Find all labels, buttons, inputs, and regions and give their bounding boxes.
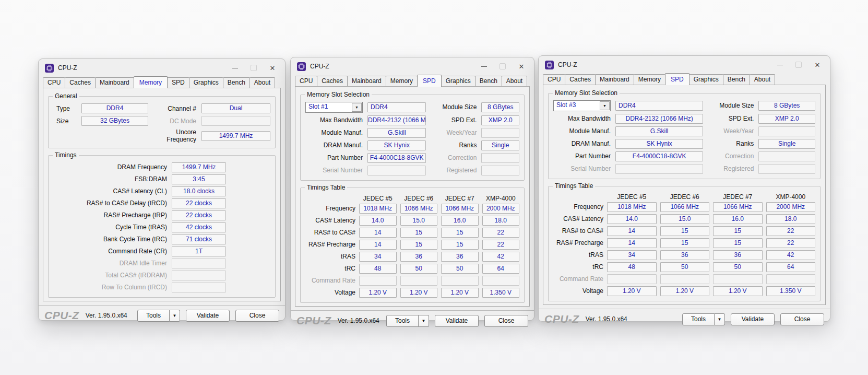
uncore-frequency-label: Uncore Frequency [153,128,196,143]
max-bandwidth-field: DDR4-2132 (1066 MHz) [367,115,426,125]
tab[interactable]: SPD [417,75,442,87]
tab-label: Mainboard [100,79,129,86]
tab-label: SPD [172,79,185,86]
maximize-button[interactable] [244,62,263,74]
tab[interactable]: Caches [317,76,348,86]
tab[interactable]: Mainboard [95,77,134,88]
timing-label: Row To Column (tRCD) [53,283,167,292]
row-label: CAS# Latency [553,215,603,224]
registered-field [481,166,519,175]
spd-tab-page: Memory Slot Selection Slot #3 ▼ DDR4 Mod… [543,85,826,305]
timing-value-field: 1T [172,247,226,256]
tab[interactable]: SPD [167,77,189,88]
general-group: General Type DDR4 Channel # Dual Size 32… [48,96,276,148]
max-bandwidth-label: Max Bandwidth [553,114,611,123]
close-button[interactable]: Close [484,315,528,327]
chevron-down-icon[interactable]: ▼ [352,103,362,112]
cell-xmp: 18.0 [482,216,520,226]
row-label: RAS# to CAS# [553,227,603,236]
chevron-down-icon[interactable]: ▼ [600,101,610,110]
row-label: Command Rate [305,276,355,285]
tab[interactable]: Bench [223,77,250,88]
tab[interactable]: Bench [723,74,750,85]
cell-jedec6: 15.0 [400,216,438,226]
close-icon[interactable]: ✕ [263,62,282,74]
serial-number-field [615,164,703,174]
tools-button[interactable]: Tools [386,315,419,327]
cell-jedec6 [660,274,710,284]
row-label: tRAS [305,252,355,261]
validate-button[interactable]: Validate [435,315,479,327]
timings-row: Bank Cycle Time (tRC) 71 clocks [53,235,270,244]
titlebar[interactable]: CPU-Z ✕ [39,59,285,76]
tab[interactable]: Caches [565,74,596,85]
minimize-button[interactable] [225,62,244,74]
tab[interactable]: Mainboard [347,76,386,86]
registered-label: Registered [431,166,477,175]
tools-button[interactable]: Tools [137,310,170,322]
titlebar[interactable]: CPU-Z ✕ [539,56,830,73]
validate-button[interactable]: Validate [186,310,230,322]
tab[interactable]: CPU [295,76,317,86]
cell-jedec6: 15 [400,240,438,250]
cpuz-window-memory: CPU-Z ✕ CPUCachesMainboardMemorySPDGraph… [38,58,286,321]
validate-button[interactable]: Validate [731,313,775,325]
timing-value-field [172,259,226,268]
tools-dropdown-icon[interactable]: ▼ [419,315,429,327]
tab[interactable]: Memory [634,74,665,85]
tab[interactable]: CPU [43,77,65,88]
spd-ext-label: SPD Ext. [431,116,477,125]
close-icon[interactable]: ✕ [808,58,827,71]
module-manuf-label: Module Manuf. [553,127,611,136]
part-number-label: Part Number [553,152,611,161]
tab[interactable]: Graphics [441,76,475,86]
maximize-button[interactable] [493,60,512,73]
minimize-button[interactable] [474,60,493,73]
tab[interactable]: Graphics [689,74,723,85]
cell-jedec7: 16.0 [713,214,763,224]
timings-table-row: tRC 48 50 50 64 [553,262,815,272]
tab[interactable]: About [750,74,775,85]
timings-table-row: RAS# to CAS# 14 15 15 22 [305,228,519,238]
cpuz-window-spd-slot1: CPU-Z ✕ CPUCachesMainboardMemorySPDGraph… [290,57,534,321]
timing-label: Total CAS# (tRDRAM) [53,271,167,280]
close-button[interactable]: Close [780,313,824,325]
timing-label: RAS# Precharge (tRP) [53,211,167,220]
module-size-label: Module Size [708,101,754,110]
tools-button[interactable]: Tools [682,313,715,325]
module-size-label: Module Size [431,103,477,112]
titlebar[interactable]: CPU-Z ✕ [291,57,534,74]
tools-dropdown-icon[interactable]: ▼ [170,310,180,322]
tab[interactable]: Memory [134,76,168,88]
tab[interactable]: Memory [386,76,418,86]
close-button[interactable]: Close [235,310,279,322]
cell-jedec7: 15 [441,228,479,238]
tab[interactable]: SPD [665,73,689,85]
tab[interactable]: Mainboard [595,74,634,85]
tools-split-button: Tools ▼ [137,310,180,322]
memory-slot-select[interactable]: Slot #1 ▼ [305,102,363,113]
maximize-button[interactable] [789,58,808,71]
cell-jedec6: 1066 MHz [660,202,710,212]
cell-jedec5: 14.0 [359,216,397,226]
type-label: Type [53,105,76,112]
tab[interactable]: About [249,77,275,88]
cell-xmp [766,274,816,284]
tab[interactable]: Bench [475,76,502,86]
tab[interactable]: Graphics [189,77,223,88]
serial-number-label: Serial Number [305,166,363,175]
memory-slot-select[interactable]: Slot #3 ▼ [553,100,611,111]
tab[interactable]: Caches [65,77,96,88]
tab[interactable]: About [502,76,527,86]
tab-label: Bench [728,76,745,83]
cell-jedec7 [713,274,763,284]
minimize-button[interactable] [770,58,789,71]
row-label: tRAS [553,251,603,260]
cell-jedec7: 16.0 [441,216,479,226]
tools-dropdown-icon[interactable]: ▼ [715,313,725,325]
timing-value-field: 71 clocks [172,235,226,244]
close-icon[interactable]: ✕ [512,60,531,73]
cell-jedec5: 48 [359,264,397,274]
cell-jedec6: 15 [400,228,438,238]
tab[interactable]: CPU [543,74,565,85]
